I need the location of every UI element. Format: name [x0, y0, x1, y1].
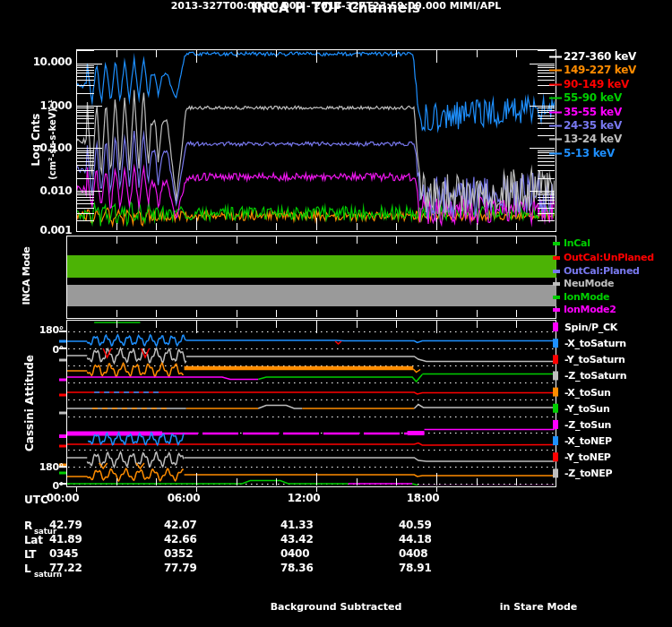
attitude-panel-label: Cassini Attitude — [23, 355, 36, 451]
attitude-legend-label: -X_toSaturn — [564, 338, 626, 349]
ephemeris-value: 41.89 — [49, 533, 112, 545]
ephemeris-row-label: LT — [24, 548, 36, 561]
ephemeris-row-label: L — [24, 563, 30, 575]
channel-legend-label: 227-360 keV — [564, 50, 636, 63]
utc-tick-label: 18:00 — [394, 492, 452, 504]
tof-y-tick-label: 1.000 — [16, 99, 72, 112]
channel-legend-label: 149-227 keV — [564, 64, 636, 76]
ephemeris-value: 0408 — [399, 547, 461, 560]
footer-note-stare-mode: in Stare Mode — [449, 601, 628, 613]
mode-legend-label: OutCal:UnPlaned — [564, 252, 654, 263]
ephemeris-value: 42.66 — [164, 533, 227, 545]
channel-legend-label: 55-90 keV — [564, 91, 622, 104]
time-range-subtitle: 2013-327T00:00:00.000 - 2013-327T23:59:0… — [0, 0, 672, 12]
mode-panel-label: INCA Mode — [21, 247, 32, 305]
attitude-degree-tick-label: 180° — [19, 324, 64, 336]
tof-y-axis-label: Log Cnts — [30, 114, 42, 167]
ephemeris-value: 44.18 — [399, 533, 461, 545]
ephemeris-value: 0345 — [49, 547, 112, 560]
utc-tick-label: 12:00 — [275, 492, 332, 504]
ephemeris-row-label: Lat — [24, 534, 43, 546]
channel-legend-label: 5-13 keV — [564, 147, 615, 159]
attitude-legend-label: -Y_toSun — [564, 403, 609, 415]
utc-tick-label: 00:00 — [34, 492, 91, 504]
ephemeris-value: 43.42 — [280, 533, 343, 545]
ephemeris-value: 77.79 — [164, 562, 227, 574]
ephemeris-value: 78.91 — [399, 562, 461, 574]
utc-tick-label: 06:00 — [155, 492, 212, 504]
ephemeris-value: 42.07 — [164, 519, 227, 531]
ephemeris-value: 0400 — [280, 547, 343, 560]
footer-note-background: Background Subtracted — [202, 601, 470, 613]
attitude-legend-label: -Y_toSaturn — [564, 354, 625, 365]
ephemeris-value: 40.59 — [399, 519, 461, 531]
channel-legend-label: 24-35 keV — [564, 119, 622, 132]
tof-y-tick-label: 0.001 — [16, 224, 72, 236]
tof-y-tick-label: 0.010 — [16, 185, 72, 197]
attitude-legend-label: -Z_toSaturn — [564, 370, 626, 382]
attitude-legend-label: -Y_toNEP — [564, 451, 611, 463]
attitude-legend-label: -Z_toSun — [564, 419, 611, 431]
ephemeris-value: 77.22 — [49, 562, 112, 574]
attitude-degree-tick-label: 0° — [19, 344, 64, 356]
attitude-legend-label: -Z_toNEP — [564, 468, 612, 479]
mode-legend-label: NeuMode — [564, 278, 614, 289]
mimi-inca-summary-plot: INCA H TOF Channels 2013-327T00:00:00.00… — [0, 0, 672, 627]
attitude-degree-tick-label: 0° — [19, 480, 64, 492]
mode-legend-label: OutCal:Planed — [564, 265, 640, 277]
attitude-legend-label: -X_toSun — [564, 387, 611, 399]
attitude-degree-tick-label: 180° — [19, 461, 64, 473]
tof-y-tick-label: 0.100 — [16, 142, 72, 154]
ephemeris-value: 42.79 — [49, 519, 112, 531]
ephemeris-value: 41.33 — [280, 519, 343, 531]
tof-y-tick-label: 10.000 — [16, 56, 72, 68]
channel-legend-label: 13-24 keV — [564, 133, 622, 145]
ephemeris-row-label: R — [24, 520, 32, 532]
ephemeris-value: 0352 — [164, 547, 227, 560]
attitude-legend-label: Spin/P_CK — [564, 322, 617, 333]
attitude-legend-label: -X_toNEP — [564, 435, 612, 447]
ephemeris-value: 78.36 — [280, 562, 343, 574]
mode-legend-label: InCal — [564, 237, 590, 249]
mode-legend-label: IonMode — [564, 291, 609, 303]
channel-legend-label: 35-55 keV — [564, 106, 622, 118]
channel-legend-label: 90-149 keV — [564, 78, 629, 90]
mode-legend-label: IonMode2 — [564, 304, 616, 315]
